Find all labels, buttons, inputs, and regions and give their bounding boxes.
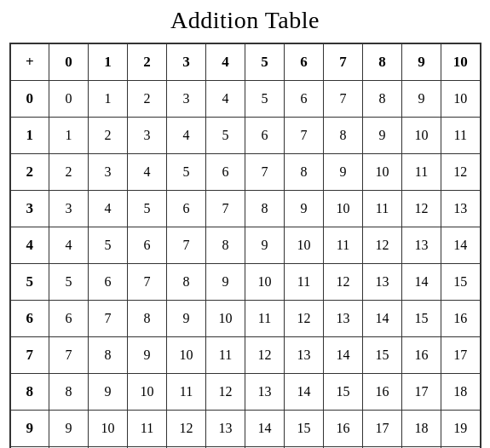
table-cell: 12 (206, 373, 245, 410)
addition-table: +012345678910 00123456789101123456789101… (9, 43, 481, 448)
table-cell: 13 (206, 410, 245, 446)
table-cell: 14 (402, 263, 441, 300)
table-row: 44567891011121314 (10, 227, 481, 263)
table-cell: 9 (363, 117, 402, 153)
column-header: 9 (402, 43, 441, 80)
table-cell: 6 (285, 80, 324, 117)
table-cell: 9 (49, 410, 89, 446)
table-cell: 7 (206, 190, 245, 227)
table-cell: 3 (128, 117, 167, 153)
table-cell: 11 (285, 263, 324, 300)
column-header: + (10, 43, 49, 80)
table-cell: 15 (285, 410, 324, 446)
table-cell: 11 (402, 153, 441, 190)
table-cell: 10 (402, 117, 441, 153)
table-cell: 2 (128, 80, 167, 117)
table-cell: 14 (363, 300, 402, 336)
row-header: 8 (10, 373, 49, 410)
table-cell: 9 (128, 336, 167, 373)
table-cell: 11 (245, 300, 285, 336)
table-cell: 4 (167, 117, 206, 153)
table-cell: 15 (402, 300, 441, 336)
table-cell: 16 (441, 300, 481, 336)
column-header: 7 (324, 43, 363, 80)
table-cell: 14 (245, 410, 285, 446)
table-cell: 11 (324, 227, 363, 263)
table-cell: 8 (89, 336, 128, 373)
table-cell: 7 (89, 300, 128, 336)
table-cell: 10 (89, 410, 128, 446)
table-cell: 11 (167, 373, 206, 410)
table-cell: 5 (89, 227, 128, 263)
table-cell: 5 (128, 190, 167, 227)
table-row: 0012345678910 (10, 80, 481, 117)
table-cell: 3 (167, 80, 206, 117)
table-cell: 13 (363, 263, 402, 300)
table-cell: 18 (402, 410, 441, 446)
table-cell: 10 (324, 190, 363, 227)
table-cell: 17 (363, 410, 402, 446)
row-header: 4 (10, 227, 49, 263)
table-cell: 14 (324, 336, 363, 373)
column-header: 0 (49, 43, 89, 80)
table-cell: 6 (49, 300, 89, 336)
table-cell: 10 (245, 263, 285, 300)
table-cell: 18 (441, 373, 481, 410)
table-cell: 16 (402, 336, 441, 373)
table-cell: 4 (206, 80, 245, 117)
table-cell: 15 (324, 373, 363, 410)
table-cell: 9 (402, 80, 441, 117)
table-row: 77891011121314151617 (10, 336, 481, 373)
row-header: 2 (10, 153, 49, 190)
row-header: 3 (10, 190, 49, 227)
row-header: 6 (10, 300, 49, 336)
table-cell: 15 (363, 336, 402, 373)
table-cell: 7 (128, 263, 167, 300)
table-cell: 8 (245, 190, 285, 227)
row-header: 5 (10, 263, 49, 300)
table-cell: 13 (245, 373, 285, 410)
table-cell: 2 (89, 117, 128, 153)
table-cell: 10 (128, 373, 167, 410)
table-cell: 6 (167, 190, 206, 227)
table-cell: 7 (245, 153, 285, 190)
table-cell: 12 (285, 300, 324, 336)
table-cell: 10 (167, 336, 206, 373)
table-cell: 9 (285, 190, 324, 227)
table-cell: 8 (128, 300, 167, 336)
table-cell: 5 (49, 263, 89, 300)
table-cell: 3 (89, 153, 128, 190)
table-cell: 15 (441, 263, 481, 300)
table-cell: 7 (49, 336, 89, 373)
table-cell: 12 (363, 227, 402, 263)
table-cell: 16 (363, 373, 402, 410)
table-cell: 7 (285, 117, 324, 153)
table-cell: 9 (89, 373, 128, 410)
column-header: 5 (245, 43, 285, 80)
table-cell: 7 (167, 227, 206, 263)
table-cell: 13 (324, 300, 363, 336)
table-row: 223456789101112 (10, 153, 481, 190)
table-cell: 6 (245, 117, 285, 153)
table-cell: 2 (49, 153, 89, 190)
column-header: 10 (441, 43, 481, 80)
table-cell: 10 (285, 227, 324, 263)
table-cell: 1 (49, 117, 89, 153)
table-cell: 7 (324, 80, 363, 117)
table-cell: 9 (245, 227, 285, 263)
table-cell: 13 (285, 336, 324, 373)
table-cell: 19 (441, 410, 481, 446)
table-row: 889101112131415161718 (10, 373, 481, 410)
table-cell: 11 (363, 190, 402, 227)
row-header: 9 (10, 410, 49, 446)
table-cell: 6 (89, 263, 128, 300)
table-cell: 9 (324, 153, 363, 190)
table-cell: 5 (206, 117, 245, 153)
table-cell: 8 (206, 227, 245, 263)
column-header: 3 (167, 43, 206, 80)
table-cell: 5 (167, 153, 206, 190)
table-cell: 12 (245, 336, 285, 373)
table-cell: 8 (285, 153, 324, 190)
table-cell: 16 (324, 410, 363, 446)
column-header: 8 (363, 43, 402, 80)
